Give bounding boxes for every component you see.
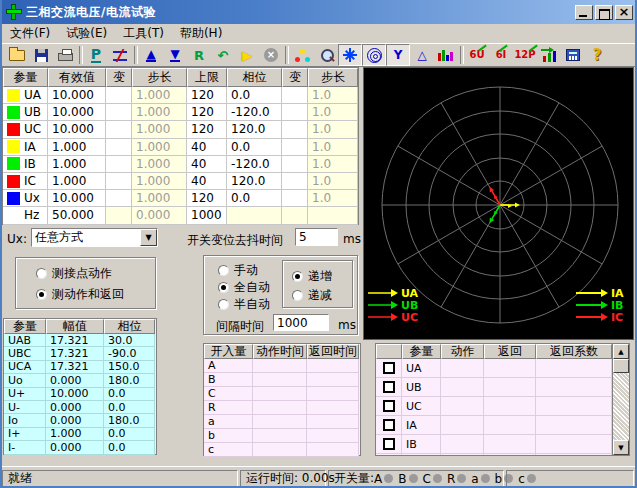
toolbar-button[interactable]: ▶ [235,44,259,66]
vary2-cell[interactable] [282,139,308,156]
radio-manual[interactable]: 手动 [218,262,258,279]
phase-cell[interactable] [227,207,282,224]
rms-cell[interactable]: 1.000 [48,139,106,156]
limit-cell[interactable]: 120 [187,87,227,104]
radio-decrease[interactable]: 递减 [292,287,332,304]
toolbar-button[interactable]: ▲ [139,44,163,66]
vary2-cell[interactable] [282,121,308,138]
radio-test-action[interactable]: 测接点动作 [36,265,112,282]
interval-input[interactable]: 1000 [273,314,329,331]
toolbar-button[interactable]: 12P [513,44,537,66]
phase-step-cell[interactable]: 1.0 [308,173,358,190]
toolbar-button[interactable] [561,44,585,66]
rms-cell[interactable]: 50.000 [48,207,106,224]
vary-cell[interactable] [106,156,132,173]
limit-cell[interactable]: 120 [187,190,227,207]
rms-cell[interactable]: 1.000 [48,156,106,173]
minimize-button[interactable] [575,5,593,20]
toolbar-button[interactable] [5,44,29,66]
toolbar-button[interactable]: △ [410,44,434,66]
radio-icon[interactable] [218,265,229,276]
toolbar-button[interactable]: × [259,44,283,66]
toolbar-button[interactable] [338,44,362,66]
checkbox[interactable] [383,362,395,374]
vary-cell[interactable] [106,139,132,156]
step-cell[interactable]: 1.000 [132,173,187,190]
rms-cell[interactable]: 10.000 [48,190,106,207]
rms-cell[interactable]: 10.000 [48,121,106,138]
toolbar-button[interactable] [434,44,458,66]
step-cell[interactable]: 1.000 [132,121,187,138]
vary2-cell[interactable] [282,87,308,104]
scrollbar-track[interactable] [613,373,629,440]
checkbox[interactable] [383,419,395,431]
toolbar-button[interactable]: ▼ [163,44,187,66]
toolbar-button[interactable]: Y [386,44,410,66]
phase-step-cell[interactable]: 1.0 [308,104,358,121]
toolbar-button[interactable] [108,44,132,66]
ux-mode-select[interactable]: 任意方式 ▼ [31,228,158,247]
menu-item[interactable]: 文件(F) [2,24,58,43]
limit-cell[interactable]: 1000 [187,207,227,224]
radio-full-auto[interactable]: 全自动 [218,279,270,296]
step-cell[interactable]: 1.000 [132,156,187,173]
vary-cell[interactable] [106,207,132,224]
vary-cell[interactable] [106,87,132,104]
radio-test-action-return[interactable]: 测动作和返回 [36,286,124,303]
radio-icon[interactable] [292,290,303,301]
vary-cell[interactable] [106,104,132,121]
scroll-down-icon[interactable]: ▼ [613,440,629,455]
menu-item[interactable]: 工具(T) [115,24,172,43]
checkbox[interactable] [383,381,395,393]
step-cell[interactable]: 1.000 [132,87,187,104]
toolbar-button[interactable] [314,44,338,66]
radio-semi-auto[interactable]: 半自动 [218,296,270,313]
phase-step-cell[interactable]: 1.0 [308,156,358,173]
vary2-cell[interactable] [282,104,308,121]
vary2-cell[interactable] [282,173,308,190]
vary2-cell[interactable] [282,156,308,173]
vary-cell[interactable] [106,121,132,138]
limit-cell[interactable]: 40 [187,139,227,156]
scrollbar-thumb[interactable] [613,359,629,373]
toolbar-button[interactable]: ? [585,44,609,66]
limit-cell[interactable]: 40 [187,173,227,190]
radio-icon[interactable] [218,282,229,293]
vary2-cell[interactable] [282,190,308,207]
menu-item[interactable]: 帮助(H) [172,24,230,43]
phase-step-cell[interactable] [308,207,358,224]
toolbar-button[interactable]: 6U [465,44,489,66]
vary-cell[interactable] [106,173,132,190]
toolbar-button[interactable]: P [84,44,108,66]
phase-step-cell[interactable]: 1.0 [308,139,358,156]
phase-step-cell[interactable]: 1.0 [308,190,358,207]
radio-icon[interactable] [36,268,47,279]
toolbar-button[interactable]: R [187,44,211,66]
toolbar-button[interactable] [362,44,386,66]
checkbox[interactable] [383,438,395,450]
phase-step-cell[interactable]: 1.0 [308,121,358,138]
phase-cell[interactable]: -120.0 [227,156,282,173]
phase-cell[interactable]: -120.0 [227,104,282,121]
limit-cell[interactable]: 120 [187,121,227,138]
phase-cell[interactable]: 0.0 [227,139,282,156]
radio-icon[interactable] [36,289,47,300]
debounce-input[interactable]: 5 [295,228,338,246]
step-cell[interactable]: 0.000 [132,207,187,224]
toolbar-button[interactable]: 6I [489,44,513,66]
step-cell[interactable]: 1.000 [132,139,187,156]
step-cell[interactable]: 1.000 [132,190,187,207]
toolbar-button[interactable] [537,44,561,66]
toolbar-button[interactable] [290,44,314,66]
toolbar-button[interactable] [53,44,77,66]
phase-cell[interactable]: 120.0 [227,173,282,190]
radio-icon[interactable] [292,271,303,282]
phase-cell[interactable]: 0.0 [227,190,282,207]
vary-cell[interactable] [106,190,132,207]
step-cell[interactable]: 1.000 [132,104,187,121]
scroll-up-icon[interactable]: ▲ [613,344,629,359]
vertical-scrollbar[interactable]: ▲ ▼ [612,344,629,455]
limit-cell[interactable]: 40 [187,156,227,173]
radio-icon[interactable] [218,299,229,310]
radio-increase[interactable]: 递增 [292,268,332,285]
